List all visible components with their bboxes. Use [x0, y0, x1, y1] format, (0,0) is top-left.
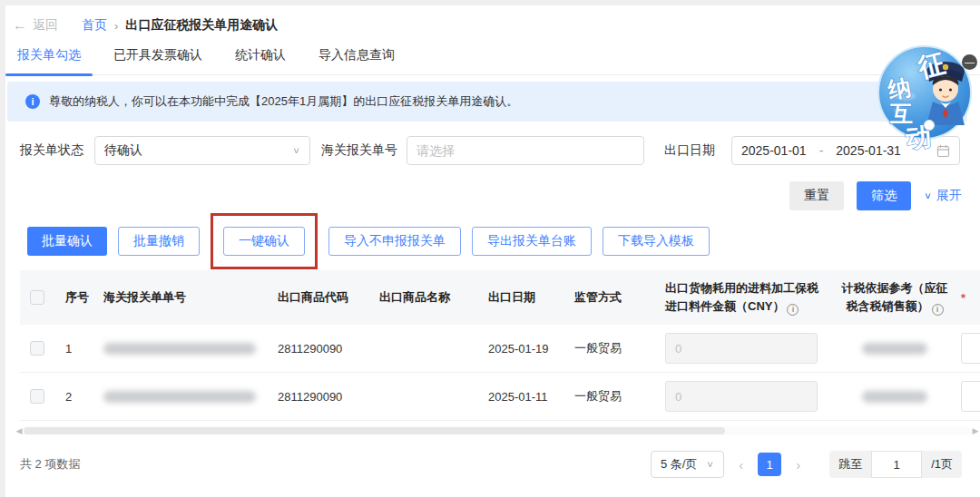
header-tax-basis: 计税依据参考（应征 税含税销售额）i: [834, 279, 961, 317]
cell-supervision: 一般贸易: [574, 388, 665, 404]
info-circle-icon[interactable]: i: [787, 304, 799, 316]
header-export-date: 出口日期: [488, 289, 574, 306]
scroll-right-icon[interactable]: ▶: [971, 426, 980, 435]
next-page-button[interactable]: ›: [796, 457, 800, 473]
header-cny-amount: 出口货物耗用的进料加工保税 进口料件金额（CNY）i: [665, 279, 834, 317]
breadcrumb: ← 返回 首页 › 出口应征税报关单用途确认: [5, 5, 980, 34]
annotation-highlight-box: 一键确认: [211, 213, 318, 269]
back-arrow-icon: ←: [13, 18, 27, 33]
jump-label: 跳至: [829, 456, 871, 473]
back-label: 返回: [33, 17, 58, 34]
header-product-code: 出口商品代码: [278, 289, 379, 306]
breadcrumb-separator: ›: [114, 19, 118, 33]
cny-amount-input: [665, 381, 818, 412]
page-size-value: 5 条/页: [661, 456, 697, 473]
clipped-input[interactable]: [961, 381, 980, 412]
filter-row: 报关单状态 待确认 ∨ 海关报关单号 出口日期 2025-01-01 - 202…: [20, 136, 980, 165]
cell-product-code: 2811290090: [278, 342, 379, 356]
header-seq: 序号: [54, 289, 103, 306]
horizontal-scrollbar: ◀ ▶: [15, 425, 980, 436]
info-banner-text: 尊敬的纳税人，你可以在本功能中完成【2025年1月属期】的出口应征税报关单用途确…: [49, 93, 518, 110]
header-supervision: 监管方式: [574, 289, 665, 306]
cell-seq: 2: [54, 390, 103, 404]
filter-actions-row: 重置 筛选 ∨ 展开: [5, 181, 962, 210]
tab-statistics-confirm[interactable]: 统计确认: [223, 47, 298, 74]
tab-import-info-query[interactable]: 导入信息查询: [307, 47, 407, 74]
date-start-value: 2025-01-01: [741, 143, 807, 158]
table-header-row: 序号 海关报关单单号 出口商品代码 出口商品名称 出口日期 监管方式 出口货物耗…: [20, 270, 980, 325]
import-undeclared-button[interactable]: 导入不申报报关单: [328, 227, 461, 256]
table-row: 2 2811290090 2025-01-11 一般贸易: [20, 373, 980, 421]
status-select-value: 待确认: [104, 142, 142, 159]
scrollbar-thumb[interactable]: [24, 427, 725, 434]
export-date-label: 出口日期: [664, 142, 715, 159]
scroll-left-icon[interactable]: ◀: [15, 426, 24, 435]
total-count-text: 共 2 项数据: [20, 456, 80, 473]
redacted-tax-basis: [862, 391, 927, 403]
table-footer: 共 2 项数据 5 条/页 ∨ ‹ 1 › 跳至 /1页: [20, 451, 962, 478]
bulk-actions-row: 批量确认 批量撤销 一键确认 导入不申报报关单 导出报关单台账 下载导入模板: [27, 227, 980, 256]
cell-product-code: 2811290090: [278, 390, 379, 404]
header-customs-no: 海关报关单单号: [103, 289, 278, 306]
status-filter-label: 报关单状态: [20, 142, 83, 159]
main-panel: ← 返回 首页 › 出口应征税报关单用途确认 报关单勾选 已开具发票确认 统计确…: [5, 5, 980, 497]
page-total-text: /1页: [922, 456, 962, 473]
redacted-tax-basis: [862, 343, 927, 355]
customs-no-input[interactable]: [407, 136, 644, 165]
date-separator: -: [819, 143, 824, 158]
prev-page-button[interactable]: ‹: [739, 457, 743, 473]
filter-button[interactable]: 筛选: [857, 181, 911, 210]
cny-amount-input: [665, 333, 818, 364]
breadcrumb-home-link[interactable]: 首页: [82, 17, 107, 34]
tab-issued-invoice-confirm[interactable]: 已开具发票确认: [102, 47, 214, 74]
download-template-button[interactable]: 下载导入模板: [603, 227, 710, 256]
row-checkbox[interactable]: [30, 389, 44, 404]
export-ledger-button[interactable]: 导出报关单台账: [472, 227, 592, 256]
declarations-table: 序号 海关报关单单号 出口商品代码 出口商品名称 出口日期 监管方式 出口货物耗…: [20, 270, 980, 421]
info-banner: i 尊敬的纳税人，你可以在本功能中完成【2025年1月属期】的出口应征税报关单用…: [7, 82, 967, 122]
tab-declaration-select[interactable]: 报关单勾选: [5, 47, 93, 74]
cell-export-date: 2025-01-19: [488, 342, 574, 356]
back-button[interactable]: ← 返回: [13, 17, 58, 34]
mascot-char-4: 动: [904, 122, 933, 151]
tab-bar: 报关单勾选 已开具发票确认 统计确认 导入信息查询: [5, 47, 980, 75]
redacted-customs-no: [103, 391, 256, 403]
batch-revoke-button[interactable]: 批量撤销: [118, 227, 200, 256]
clipped-input[interactable]: [961, 333, 980, 364]
one-click-confirm-button[interactable]: 一键确认: [223, 227, 305, 256]
table-row: 1 2811290090 2025-01-19 一般贸易: [20, 325, 980, 373]
row-checkbox[interactable]: [30, 341, 44, 356]
reset-button[interactable]: 重置: [789, 181, 844, 210]
header-product-name: 出口商品名称: [379, 289, 488, 306]
jump-page-input[interactable]: [871, 451, 922, 478]
chevron-down-icon: ∨: [292, 145, 300, 155]
page-title: 出口应征税报关单用途确认: [125, 17, 278, 34]
scrollbar-track[interactable]: [24, 426, 971, 435]
tax-interaction-mascot-badge[interactable]: 征 纳 互 动: [873, 42, 976, 151]
chevron-down-icon: ∨: [706, 459, 714, 469]
info-circle-icon[interactable]: i: [932, 304, 944, 316]
cell-seq: 1: [54, 342, 103, 356]
expand-toggle[interactable]: ∨ 展开: [924, 188, 962, 204]
header-required-mark: *: [961, 291, 980, 305]
redacted-customs-no: [103, 343, 256, 355]
chevron-down-icon: ∨: [924, 190, 932, 200]
batch-confirm-button[interactable]: 批量确认: [27, 227, 107, 256]
status-select[interactable]: 待确认 ∨: [94, 136, 310, 165]
page-jump-group: 跳至 /1页: [829, 451, 962, 478]
expand-label: 展开: [936, 188, 962, 204]
select-all-checkbox[interactable]: [30, 290, 44, 305]
current-page-button[interactable]: 1: [758, 453, 781, 476]
minimize-mascot-button[interactable]: —: [962, 54, 977, 70]
cell-supervision: 一般贸易: [574, 340, 665, 356]
info-icon: i: [25, 94, 40, 109]
cell-export-date: 2025-01-11: [488, 390, 574, 404]
page-size-select[interactable]: 5 条/页 ∨: [651, 451, 724, 478]
customs-no-label: 海关报关单号: [321, 142, 397, 159]
mascot-char-2: 纳: [886, 73, 914, 103]
